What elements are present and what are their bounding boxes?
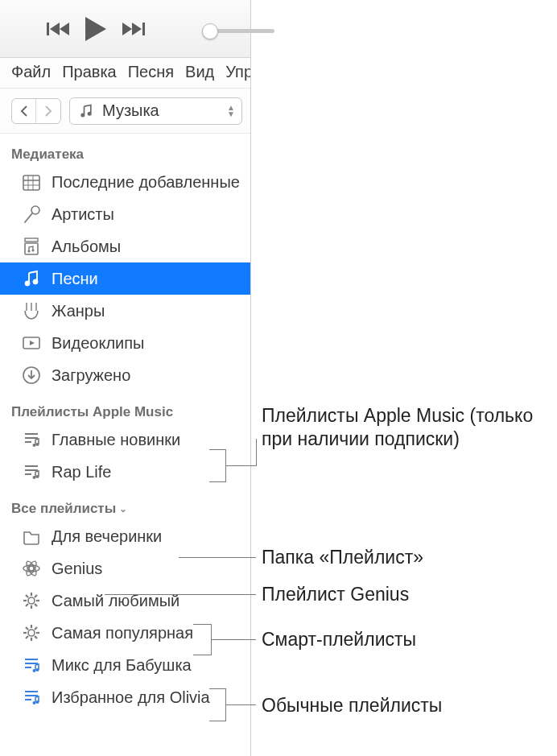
menu-bar: Файл Правка Песня Вид Упр <box>0 58 250 89</box>
sidebar-panel: Файл Правка Песня Вид Упр Музыка ▲▼ Меди… <box>0 0 251 756</box>
sidebar-item-recently-added[interactable]: Последние добавленные <box>0 166 250 198</box>
sidebar-item-label: Последние добавленные <box>52 173 240 192</box>
library-selector[interactable]: Музыка ▲▼ <box>69 97 242 125</box>
next-track-button[interactable] <box>122 21 145 37</box>
section-header-library: Медиатека <box>0 134 250 166</box>
sidebar-item-label: Альбомы <box>52 238 121 256</box>
menu-file[interactable]: Файл <box>11 63 51 81</box>
play-button[interactable] <box>84 15 108 43</box>
annotation-smart: Смарт-плейлисты <box>262 628 416 651</box>
music-note-icon <box>78 103 94 119</box>
sidebar-item-albums[interactable]: Альбомы <box>0 230 250 262</box>
connector-line <box>179 557 256 558</box>
genius-icon <box>21 558 42 579</box>
prev-track-button[interactable] <box>47 21 69 37</box>
svg-rect-40 <box>47 23 49 35</box>
video-icon <box>21 333 42 353</box>
playlist-smart[interactable]: Самый любимый <box>0 585 250 617</box>
playlist-label: Rap Life <box>52 463 112 481</box>
connector-line <box>193 655 211 655</box>
playlist-label: Микс для Бабушка <box>52 656 192 675</box>
svg-marker-43 <box>85 17 106 41</box>
playlist-label: Избранное для Olivia <box>52 688 210 707</box>
playlist-apple-music[interactable]: Главные новинки <box>0 423 250 456</box>
playlist-icon <box>21 461 42 482</box>
playlist-icon <box>21 687 42 708</box>
svg-rect-46 <box>142 23 145 35</box>
playlist-icon <box>21 429 42 450</box>
sidebar-item-label: Жанры <box>52 302 105 320</box>
nav-back-button[interactable] <box>12 99 36 123</box>
svg-marker-42 <box>60 23 69 35</box>
calendar-icon <box>21 171 42 192</box>
connector-line <box>209 688 225 689</box>
section-header-label: Все плейлисты <box>11 501 116 517</box>
annotation-genius: Плейлист Genius <box>262 583 409 606</box>
playlist-label: Genius <box>52 560 102 578</box>
connector-line <box>225 704 256 705</box>
nav-back-forward <box>11 98 61 124</box>
section-header-apple-music: Плейлисты Apple Music <box>0 391 250 423</box>
connector-line <box>105 594 256 595</box>
playlist-label: Самая популярная <box>52 624 193 642</box>
sidebar-item-label: Видеоклипы <box>52 334 144 353</box>
playlist-smart[interactable]: Самая популярная <box>0 617 250 649</box>
sidebar-item-downloaded[interactable]: Загружено <box>0 359 250 391</box>
connector-line <box>209 449 225 450</box>
stepper-icon: ▲▼ <box>224 98 238 124</box>
note-icon <box>21 268 42 289</box>
playlist-folder[interactable]: Для вечеринки <box>0 520 250 552</box>
connector-line <box>193 624 211 625</box>
svg-marker-41 <box>50 23 60 35</box>
annotation-regular: Обычные плейлисты <box>262 694 442 717</box>
menu-song[interactable]: Песня <box>128 63 174 81</box>
nav-forward-button[interactable] <box>36 99 60 123</box>
connector-line <box>209 721 225 721</box>
section-header-all-playlists[interactable]: Все плейлисты ⌄ <box>0 488 250 520</box>
connector-line <box>256 439 257 466</box>
sidebar-item-songs[interactable]: Песни <box>0 262 250 295</box>
menu-controls[interactable]: Упр <box>225 63 250 81</box>
annotation-apple-music: Плейлисты Apple Music (только при наличи… <box>262 404 551 451</box>
connector-line <box>211 639 256 640</box>
download-icon <box>21 365 42 386</box>
playlist-apple-music[interactable]: Rap Life <box>0 456 250 488</box>
album-icon <box>21 236 42 257</box>
library-selector-label: Музыка <box>102 101 159 120</box>
sidebar-item-label: Артисты <box>52 205 114 224</box>
sidebar-item-genres[interactable]: Жанры <box>0 295 250 327</box>
playlist-regular[interactable]: Микс для Бабушка <box>0 649 250 681</box>
sidebar-item-music-videos[interactable]: Видеоклипы <box>0 327 250 359</box>
playlist-regular[interactable]: Избранное для Olivia <box>0 681 250 713</box>
sidebar-item-artists[interactable]: Артисты <box>0 198 250 230</box>
connector-line <box>209 481 225 482</box>
playlist-icon <box>21 655 42 675</box>
volume-slider[interactable] <box>202 29 274 33</box>
chevron-down-icon: ⌄ <box>119 503 127 514</box>
sidebar-item-label: Загружено <box>52 366 130 385</box>
playlist-label: Главные новинки <box>52 431 180 449</box>
playlist-label: Для вечеринки <box>52 527 162 546</box>
gear-icon <box>21 622 42 643</box>
annotation-folder: Папка «Плейлист» <box>262 546 423 569</box>
connector-line <box>225 465 256 466</box>
chooser-row: Музыка ▲▼ <box>0 89 250 134</box>
svg-marker-45 <box>132 23 142 35</box>
gear-icon <box>21 590 42 611</box>
svg-marker-44 <box>122 23 132 35</box>
player-bar <box>0 0 250 58</box>
sidebar-item-label: Песни <box>52 270 98 288</box>
folder-icon <box>21 526 42 547</box>
menu-view[interactable]: Вид <box>185 63 214 81</box>
microphone-icon <box>21 204 42 225</box>
guitar-icon <box>21 300 42 321</box>
menu-edit[interactable]: Правка <box>62 63 117 81</box>
